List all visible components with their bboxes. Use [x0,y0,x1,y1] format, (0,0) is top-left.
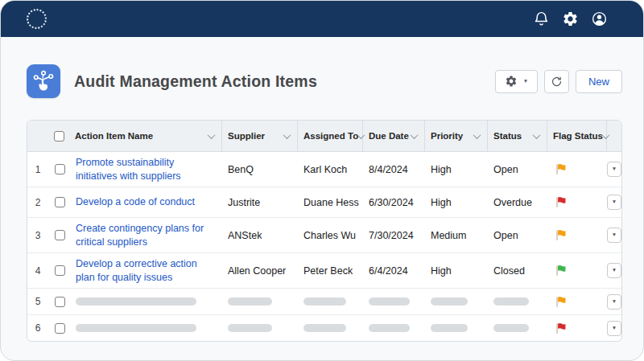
table-row: 5 [27,288,621,314]
assigned-to-cell: Charles Wu [303,230,356,241]
row-number: 3 [27,230,48,241]
column-header-supplier: Supplier [222,121,298,151]
row-checkbox[interactable] [55,197,65,207]
row-number: 5 [27,296,48,307]
skeleton-pill [228,297,272,306]
priority-cell: High [431,164,452,175]
skeleton-pill [431,324,468,332]
row-checkbox[interactable] [55,230,65,240]
column-header-status: Status [488,121,547,151]
skeleton-pill [303,297,346,306]
row-checkbox[interactable] [55,297,65,307]
priority-cell: High [431,197,452,208]
assigned-to-cell: Peter Beck [303,265,353,277]
page-header: Audit Management Action Items ▼ New [27,64,622,99]
supplier-cell: ANStek [228,230,262,241]
skeleton-pill [493,297,529,306]
row-checkbox[interactable] [55,265,65,276]
priority-cell: Medium [431,230,466,241]
notification-bell-icon[interactable] [533,10,550,27]
status-cell: Open [493,230,518,241]
row-actions-dropdown-button[interactable]: ▼ [607,228,621,243]
dropdown-caret-icon: ▼ [612,199,617,205]
top-navigation-bar [1,1,643,37]
row-number: 6 [27,322,48,334]
chevron-down-icon[interactable] [411,131,419,139]
due-date-cell: 7/30/2024 [369,230,414,241]
skeleton-pill [493,324,529,332]
chevron-down-icon[interactable] [208,131,216,139]
list-settings-dropdown-button[interactable]: ▼ [495,70,538,93]
row-actions-dropdown-button[interactable]: ▼ [607,263,621,278]
skeleton-pill [369,324,410,332]
dropdown-caret-icon: ▼ [612,299,617,305]
assigned-to-cell: Karl Koch [303,164,347,175]
table-row: 2 Develop a code of conduct Justrite Dua… [27,187,621,217]
chevron-down-icon[interactable] [533,131,541,139]
dropdown-caret-icon: ▼ [612,166,617,172]
column-header-action-item-name: Action Item Name [27,121,222,151]
row-checkbox[interactable] [55,164,65,174]
row-actions-dropdown-button[interactable]: ▼ [607,321,621,336]
page-title: Audit Management Action Items [74,72,317,91]
status-cell: Overdue [493,197,532,208]
table-row: 4 Develop a corrective action plan for q… [27,252,621,288]
action-item-link[interactable]: Create contingency plans for critical su… [76,222,211,248]
column-header-flag-status: Flag Status [547,121,607,151]
column-header-priority: Priority [425,121,488,151]
brand-logo-icon [27,9,47,29]
flag-icon [554,264,568,277]
supplier-cell: BenQ [228,164,254,175]
dropdown-caret-icon: ▼ [523,79,528,84]
skeleton-pill [431,297,468,306]
refresh-button[interactable] [544,70,569,93]
settings-gear-icon[interactable] [562,10,579,27]
app-window: Audit Management Action Items ▼ New [0,0,644,361]
table-row: 6 [27,314,621,341]
due-date-cell: 6/30/2024 [369,197,414,208]
action-item-link[interactable]: Promote sustainability initiatives with … [76,156,211,183]
dropdown-caret-icon: ▼ [612,232,617,238]
status-cell: Closed [493,265,525,277]
dropdown-caret-icon: ▼ [612,268,617,273]
chevron-down-icon[interactable] [283,131,291,139]
flag-icon [554,228,568,242]
select-all-checkbox[interactable] [54,131,64,142]
flag-icon [554,322,568,335]
row-actions-dropdown-button[interactable]: ▼ [607,162,621,177]
topbar-icons [533,10,608,27]
flag-icon [554,195,568,209]
skeleton-pill [303,324,346,332]
action-items-table: Action Item Name Supplier Assigned To Du… [27,120,622,342]
column-header-due-date: Due Date [363,121,425,151]
due-date-cell: 6/4/2024 [369,265,408,277]
row-number: 1 [27,164,48,175]
main-content: Audit Management Action Items ▼ New [1,37,643,342]
column-header-assigned-to: Assigned To [298,121,363,151]
new-button[interactable]: New [576,70,622,93]
chevron-down-icon[interactable] [473,131,481,139]
column-header-actions [607,121,621,151]
action-item-link[interactable]: Develop a corrective action plan for qua… [76,257,211,284]
table-body: 1 Promote sustainability initiatives wit… [27,152,621,341]
row-actions-dropdown-button[interactable]: ▼ [607,294,621,310]
due-date-cell: 8/4/2024 [369,164,408,175]
gear-icon [505,75,518,88]
action-item-link[interactable]: Develop a code of conduct [76,195,195,209]
row-actions-dropdown-button[interactable]: ▼ [607,195,621,210]
user-avatar-icon[interactable] [591,10,608,27]
refresh-icon [551,76,563,88]
supplier-cell: Allen Cooper [228,265,286,277]
header-actions: ▼ New [495,70,622,93]
skeleton-pill [369,297,410,306]
priority-cell: High [431,265,452,277]
table-row: 1 Promote sustainability initiatives wit… [27,152,621,187]
row-number: 2 [27,197,48,208]
supplier-cell: Justrite [228,197,260,208]
row-checkbox[interactable] [55,323,65,334]
skeleton-pill [76,324,196,332]
skeleton-pill [228,324,272,332]
table-header: Action Item Name Supplier Assigned To Du… [27,121,621,152]
row-number: 4 [27,265,48,277]
flag-icon [554,295,568,309]
